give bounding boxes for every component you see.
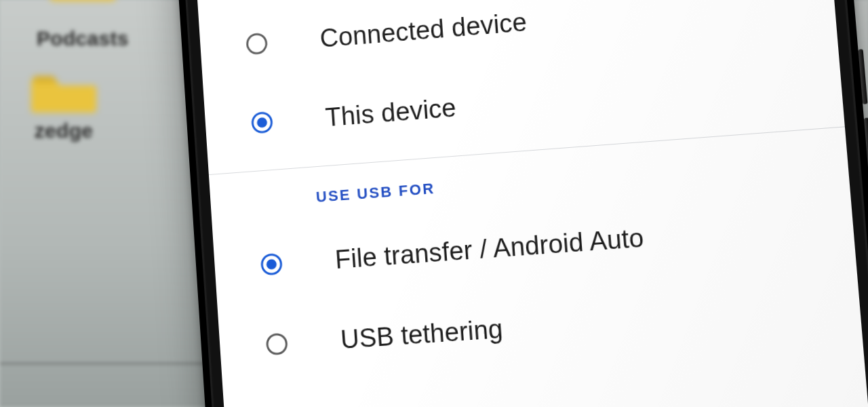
radio-option-label: This device xyxy=(324,93,457,132)
radio-option-label: File transfer / Android Auto xyxy=(334,223,645,275)
svg-point-5 xyxy=(267,334,287,354)
radio-selected-icon xyxy=(258,250,285,277)
svg-point-4 xyxy=(266,259,277,270)
usb-preferences-screen: USB CONTROLLED BY Connected device xyxy=(194,0,868,407)
radio-option-label: USB tethering xyxy=(340,314,504,354)
radio-unselected-icon xyxy=(263,330,290,358)
phone-device: USB CONTROLLED BY Connected device xyxy=(174,0,868,407)
phone-side-button xyxy=(858,49,867,104)
radio-selected-icon xyxy=(249,109,276,136)
svg-point-2 xyxy=(256,117,267,128)
svg-point-0 xyxy=(247,33,267,54)
phone-side-button xyxy=(864,117,868,208)
radio-option-label: Connected device xyxy=(319,7,528,53)
phone-screen: USB CONTROLLED BY Connected device xyxy=(194,0,868,407)
radio-unselected-icon xyxy=(243,30,271,57)
